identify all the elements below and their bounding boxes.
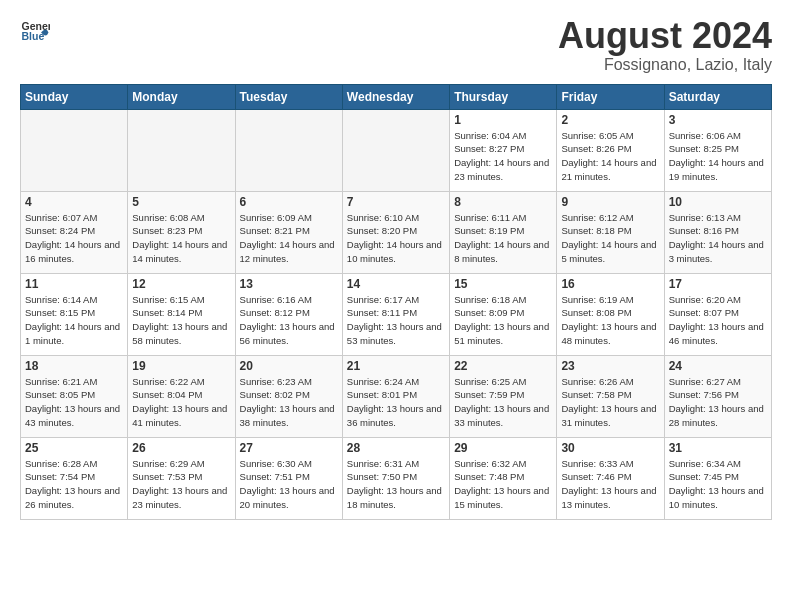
title-area: August 2024 Fossignano, Lazio, Italy xyxy=(558,16,772,74)
day-info: Sunrise: 6:33 AMSunset: 7:46 PMDaylight:… xyxy=(561,457,659,512)
calendar-cell: 29Sunrise: 6:32 AMSunset: 7:48 PMDayligh… xyxy=(450,437,557,519)
calendar-cell: 26Sunrise: 6:29 AMSunset: 7:53 PMDayligh… xyxy=(128,437,235,519)
weekday-header: Sunday xyxy=(21,84,128,109)
calendar-cell: 4Sunrise: 6:07 AMSunset: 8:24 PMDaylight… xyxy=(21,191,128,273)
calendar-table: SundayMondayTuesdayWednesdayThursdayFrid… xyxy=(20,84,772,520)
location: Fossignano, Lazio, Italy xyxy=(558,56,772,74)
day-number: 21 xyxy=(347,359,445,373)
calendar-cell: 17Sunrise: 6:20 AMSunset: 8:07 PMDayligh… xyxy=(664,273,771,355)
day-info: Sunrise: 6:15 AMSunset: 8:14 PMDaylight:… xyxy=(132,293,230,348)
weekday-header: Saturday xyxy=(664,84,771,109)
calendar-cell: 7Sunrise: 6:10 AMSunset: 8:20 PMDaylight… xyxy=(342,191,449,273)
calendar-cell: 24Sunrise: 6:27 AMSunset: 7:56 PMDayligh… xyxy=(664,355,771,437)
day-info: Sunrise: 6:04 AMSunset: 8:27 PMDaylight:… xyxy=(454,129,552,184)
day-info: Sunrise: 6:26 AMSunset: 7:58 PMDaylight:… xyxy=(561,375,659,430)
day-info: Sunrise: 6:16 AMSunset: 8:12 PMDaylight:… xyxy=(240,293,338,348)
day-number: 10 xyxy=(669,195,767,209)
day-number: 7 xyxy=(347,195,445,209)
day-info: Sunrise: 6:30 AMSunset: 7:51 PMDaylight:… xyxy=(240,457,338,512)
calendar-cell: 31Sunrise: 6:34 AMSunset: 7:45 PMDayligh… xyxy=(664,437,771,519)
day-info: Sunrise: 6:17 AMSunset: 8:11 PMDaylight:… xyxy=(347,293,445,348)
calendar-cell: 10Sunrise: 6:13 AMSunset: 8:16 PMDayligh… xyxy=(664,191,771,273)
calendar-cell: 11Sunrise: 6:14 AMSunset: 8:15 PMDayligh… xyxy=(21,273,128,355)
calendar-cell: 19Sunrise: 6:22 AMSunset: 8:04 PMDayligh… xyxy=(128,355,235,437)
day-number: 6 xyxy=(240,195,338,209)
calendar-cell: 6Sunrise: 6:09 AMSunset: 8:21 PMDaylight… xyxy=(235,191,342,273)
calendar-cell xyxy=(342,109,449,191)
calendar-cell: 28Sunrise: 6:31 AMSunset: 7:50 PMDayligh… xyxy=(342,437,449,519)
day-number: 19 xyxy=(132,359,230,373)
day-info: Sunrise: 6:22 AMSunset: 8:04 PMDaylight:… xyxy=(132,375,230,430)
day-info: Sunrise: 6:10 AMSunset: 8:20 PMDaylight:… xyxy=(347,211,445,266)
calendar-cell: 21Sunrise: 6:24 AMSunset: 8:01 PMDayligh… xyxy=(342,355,449,437)
day-info: Sunrise: 6:14 AMSunset: 8:15 PMDaylight:… xyxy=(25,293,123,348)
weekday-header: Friday xyxy=(557,84,664,109)
calendar-cell: 8Sunrise: 6:11 AMSunset: 8:19 PMDaylight… xyxy=(450,191,557,273)
calendar-cell: 9Sunrise: 6:12 AMSunset: 8:18 PMDaylight… xyxy=(557,191,664,273)
header: General Blue August 2024 Fossignano, Laz… xyxy=(20,16,772,74)
day-number: 12 xyxy=(132,277,230,291)
weekday-header: Thursday xyxy=(450,84,557,109)
calendar-cell: 13Sunrise: 6:16 AMSunset: 8:12 PMDayligh… xyxy=(235,273,342,355)
weekday-header-row: SundayMondayTuesdayWednesdayThursdayFrid… xyxy=(21,84,772,109)
day-number: 18 xyxy=(25,359,123,373)
day-number: 4 xyxy=(25,195,123,209)
day-info: Sunrise: 6:27 AMSunset: 7:56 PMDaylight:… xyxy=(669,375,767,430)
day-number: 16 xyxy=(561,277,659,291)
day-info: Sunrise: 6:21 AMSunset: 8:05 PMDaylight:… xyxy=(25,375,123,430)
day-info: Sunrise: 6:07 AMSunset: 8:24 PMDaylight:… xyxy=(25,211,123,266)
day-info: Sunrise: 6:18 AMSunset: 8:09 PMDaylight:… xyxy=(454,293,552,348)
calendar-cell: 16Sunrise: 6:19 AMSunset: 8:08 PMDayligh… xyxy=(557,273,664,355)
weekday-header: Wednesday xyxy=(342,84,449,109)
day-info: Sunrise: 6:23 AMSunset: 8:02 PMDaylight:… xyxy=(240,375,338,430)
calendar-cell: 18Sunrise: 6:21 AMSunset: 8:05 PMDayligh… xyxy=(21,355,128,437)
calendar-cell: 22Sunrise: 6:25 AMSunset: 7:59 PMDayligh… xyxy=(450,355,557,437)
day-number: 25 xyxy=(25,441,123,455)
day-number: 3 xyxy=(669,113,767,127)
calendar-cell: 25Sunrise: 6:28 AMSunset: 7:54 PMDayligh… xyxy=(21,437,128,519)
day-number: 2 xyxy=(561,113,659,127)
calendar-cell xyxy=(21,109,128,191)
day-number: 29 xyxy=(454,441,552,455)
day-info: Sunrise: 6:19 AMSunset: 8:08 PMDaylight:… xyxy=(561,293,659,348)
day-info: Sunrise: 6:08 AMSunset: 8:23 PMDaylight:… xyxy=(132,211,230,266)
calendar-cell: 23Sunrise: 6:26 AMSunset: 7:58 PMDayligh… xyxy=(557,355,664,437)
day-number: 17 xyxy=(669,277,767,291)
day-number: 31 xyxy=(669,441,767,455)
day-number: 9 xyxy=(561,195,659,209)
day-number: 28 xyxy=(347,441,445,455)
weekday-header: Tuesday xyxy=(235,84,342,109)
calendar-cell: 1Sunrise: 6:04 AMSunset: 8:27 PMDaylight… xyxy=(450,109,557,191)
calendar-week-row: 25Sunrise: 6:28 AMSunset: 7:54 PMDayligh… xyxy=(21,437,772,519)
calendar-cell: 14Sunrise: 6:17 AMSunset: 8:11 PMDayligh… xyxy=(342,273,449,355)
calendar-week-row: 18Sunrise: 6:21 AMSunset: 8:05 PMDayligh… xyxy=(21,355,772,437)
calendar-cell xyxy=(235,109,342,191)
day-number: 13 xyxy=(240,277,338,291)
calendar-week-row: 1Sunrise: 6:04 AMSunset: 8:27 PMDaylight… xyxy=(21,109,772,191)
calendar-week-row: 4Sunrise: 6:07 AMSunset: 8:24 PMDaylight… xyxy=(21,191,772,273)
day-number: 23 xyxy=(561,359,659,373)
calendar-cell: 20Sunrise: 6:23 AMSunset: 8:02 PMDayligh… xyxy=(235,355,342,437)
calendar-cell: 30Sunrise: 6:33 AMSunset: 7:46 PMDayligh… xyxy=(557,437,664,519)
calendar-cell: 12Sunrise: 6:15 AMSunset: 8:14 PMDayligh… xyxy=(128,273,235,355)
day-number: 30 xyxy=(561,441,659,455)
day-info: Sunrise: 6:25 AMSunset: 7:59 PMDaylight:… xyxy=(454,375,552,430)
day-number: 24 xyxy=(669,359,767,373)
day-number: 8 xyxy=(454,195,552,209)
day-info: Sunrise: 6:34 AMSunset: 7:45 PMDaylight:… xyxy=(669,457,767,512)
day-info: Sunrise: 6:29 AMSunset: 7:53 PMDaylight:… xyxy=(132,457,230,512)
day-number: 11 xyxy=(25,277,123,291)
calendar-cell: 2Sunrise: 6:05 AMSunset: 8:26 PMDaylight… xyxy=(557,109,664,191)
day-number: 15 xyxy=(454,277,552,291)
day-info: Sunrise: 6:24 AMSunset: 8:01 PMDaylight:… xyxy=(347,375,445,430)
month-title: August 2024 xyxy=(558,16,772,56)
calendar-cell: 27Sunrise: 6:30 AMSunset: 7:51 PMDayligh… xyxy=(235,437,342,519)
logo-icon: General Blue xyxy=(20,16,50,46)
day-info: Sunrise: 6:11 AMSunset: 8:19 PMDaylight:… xyxy=(454,211,552,266)
day-number: 20 xyxy=(240,359,338,373)
day-number: 14 xyxy=(347,277,445,291)
calendar-week-row: 11Sunrise: 6:14 AMSunset: 8:15 PMDayligh… xyxy=(21,273,772,355)
logo: General Blue xyxy=(20,16,50,46)
day-number: 1 xyxy=(454,113,552,127)
day-info: Sunrise: 6:05 AMSunset: 8:26 PMDaylight:… xyxy=(561,129,659,184)
